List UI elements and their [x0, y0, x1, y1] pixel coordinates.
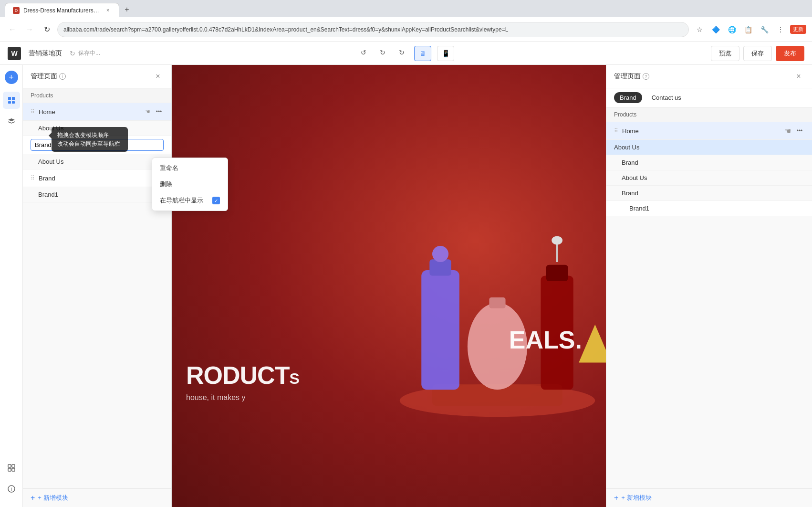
bookmark-icon[interactable]: ☆: [693, 23, 706, 36]
show-in-nav-menu-item[interactable]: 在导航栏中显示 ✓: [152, 192, 228, 209]
right-panel-info-icon[interactable]: ?: [643, 73, 649, 80]
brand1-item[interactable]: Brand1: [23, 187, 171, 202]
tab-close-icon[interactable]: ×: [104, 7, 111, 14]
main-layout: + i 拖拽会改变模块顺序 改动会自动同步至导航栏: [0, 65, 812, 507]
right-home-drag-icon[interactable]: ☚: [784, 127, 791, 136]
forward-history-button[interactable]: ↻: [395, 46, 408, 59]
add-module-button[interactable]: + + 新增模块: [23, 488, 171, 507]
right-about-us-label: About Us: [614, 144, 804, 151]
brand-input[interactable]: [31, 139, 164, 151]
extension-icon-4[interactable]: 🔧: [758, 23, 771, 36]
svg-rect-0: [8, 97, 11, 100]
svg-rect-7: [12, 468, 15, 471]
menu-icon[interactable]: ⋮: [774, 23, 787, 36]
home-actions: •••: [154, 107, 164, 116]
right-brand-item[interactable]: Brand: [606, 155, 812, 170]
delete-menu-item[interactable]: 删除: [152, 176, 228, 192]
extension-icon-2[interactable]: 🌐: [725, 23, 739, 36]
save-button[interactable]: 保存: [743, 46, 772, 61]
rename-menu-item[interactable]: 重命名: [152, 160, 228, 176]
info-icon[interactable]: i: [3, 480, 20, 497]
about-us-1-item[interactable]: About Us: [23, 121, 171, 136]
preview-text-right: EALS.: [500, 316, 592, 364]
right-panel: 管理页面 ? × Brand Contact us Products ⠿ Hom…: [606, 65, 812, 507]
left-panel-title: 管理页面 i: [31, 72, 66, 81]
nav-brand-item[interactable]: Brand: [614, 92, 642, 103]
refresh-button[interactable]: ↻: [40, 23, 53, 36]
left-panel-info-icon[interactable]: i: [59, 73, 66, 80]
app-logo: W: [8, 47, 21, 60]
svg-rect-4: [8, 465, 11, 467]
home-drag-icon[interactable]: ☚: [145, 108, 150, 115]
back-button[interactable]: ←: [6, 23, 19, 36]
right-brand1-item[interactable]: Brand1: [606, 201, 812, 216]
new-tab-button[interactable]: +: [120, 3, 134, 16]
saving-status: ↻ 保存中...: [70, 49, 100, 57]
right-panel-title: 管理页面 ?: [614, 72, 649, 81]
svg-text:i: i: [10, 486, 11, 492]
preview-small-text: house, it makes y: [186, 393, 299, 402]
right-home-item[interactable]: ⠿ Home ☚ •••: [606, 122, 812, 140]
undo-button[interactable]: ↺: [357, 46, 370, 59]
add-module-icon[interactable]: +: [5, 71, 18, 84]
components-icon[interactable]: [3, 459, 20, 476]
mobile-view-button[interactable]: 📱: [437, 46, 454, 61]
right-home-more-button[interactable]: •••: [795, 126, 804, 136]
home-item[interactable]: ⠿ Home ☚ •••: [23, 103, 171, 121]
forward-button[interactable]: →: [23, 23, 36, 36]
update-button[interactable]: 更新: [790, 25, 806, 34]
about-us-2-item[interactable]: About Us: [23, 154, 171, 169]
show-in-nav-checkbox[interactable]: ✓: [212, 197, 220, 204]
svg-rect-3: [12, 101, 15, 104]
right-add-module-button[interactable]: + + 新增模块: [606, 488, 812, 507]
brand-input-item[interactable]: [23, 136, 171, 154]
brand-group-item[interactable]: ⠿ Brand •••: [23, 169, 171, 187]
products-label: Products: [31, 92, 164, 99]
right-home-label: Home: [622, 127, 781, 135]
tab-favicon: D: [13, 7, 20, 14]
about-us-1-label: About Us: [38, 125, 164, 132]
svg-rect-5: [12, 465, 15, 467]
desktop-view-button[interactable]: 🖥: [414, 46, 431, 61]
about-us-2-label: About Us: [38, 158, 164, 165]
right-brand1-label: Brand1: [629, 205, 804, 212]
right-panel-title-text: 管理页面: [614, 72, 641, 81]
active-tab[interactable]: D Dress-Dress Manufacturers, S... ×: [5, 3, 119, 17]
address-bar[interactable]: alibaba.com/trade/search?spm=a2700.galle…: [57, 22, 689, 37]
extension-icon-3[interactable]: 📋: [741, 23, 755, 36]
right-panel-close-button[interactable]: ×: [793, 71, 804, 82]
home-label: Home: [39, 108, 141, 116]
browser-toolbar: ← → ↻ alibaba.com/trade/search?spm=a2700…: [0, 17, 812, 42]
drag-handle-icon: ⠿: [31, 108, 35, 115]
left-panel-close-button[interactable]: ×: [152, 71, 164, 82]
extension-icon-1[interactable]: 🔷: [709, 23, 722, 36]
nav-contact-item[interactable]: Contact us: [646, 92, 687, 103]
left-panel-header: 管理页面 i ×: [23, 65, 171, 88]
device-switcher: ↺ ↻ ↻ 🖥 📱: [108, 46, 703, 61]
brand-drag-handle: ⠿: [31, 175, 35, 181]
right-about-us-2-label: About Us: [622, 174, 804, 181]
tab-title: Dress-Dress Manufacturers, S...: [23, 7, 101, 14]
left-sidebar: + i: [0, 65, 23, 507]
publish-button[interactable]: 发布: [776, 46, 804, 61]
redo-button[interactable]: ↻: [376, 46, 389, 59]
preview-big-text: RODUCTS: [186, 361, 299, 390]
svg-rect-2: [8, 101, 11, 104]
right-brand-2-item[interactable]: Brand: [606, 186, 812, 201]
left-panel: 拖拽会改变模块顺序 改动会自动同步至导航栏 管理页面 i × Products …: [23, 65, 172, 507]
saving-text: 保存中...: [78, 49, 100, 57]
rename-label: 重命名: [160, 164, 178, 172]
home-more-button[interactable]: •••: [154, 107, 164, 116]
right-about-us-2-item[interactable]: About Us: [606, 170, 812, 186]
add-module-plus-icon: +: [31, 494, 35, 502]
brand1-label: Brand1: [38, 191, 164, 198]
tab-bar: D Dress-Dress Manufacturers, S... × +: [0, 0, 812, 17]
browser-chrome: D Dress-Dress Manufacturers, S... × + ← …: [0, 0, 812, 42]
right-about-us-item[interactable]: About Us: [606, 140, 812, 155]
context-menu: 重命名 删除 在导航栏中显示 ✓: [152, 158, 228, 211]
left-panel-title-text: 管理页面: [31, 72, 57, 81]
pages-icon[interactable]: [3, 92, 20, 109]
preview-product-image: [389, 109, 606, 507]
layers-icon[interactable]: [3, 113, 20, 130]
preview-button[interactable]: 预览: [711, 46, 739, 61]
